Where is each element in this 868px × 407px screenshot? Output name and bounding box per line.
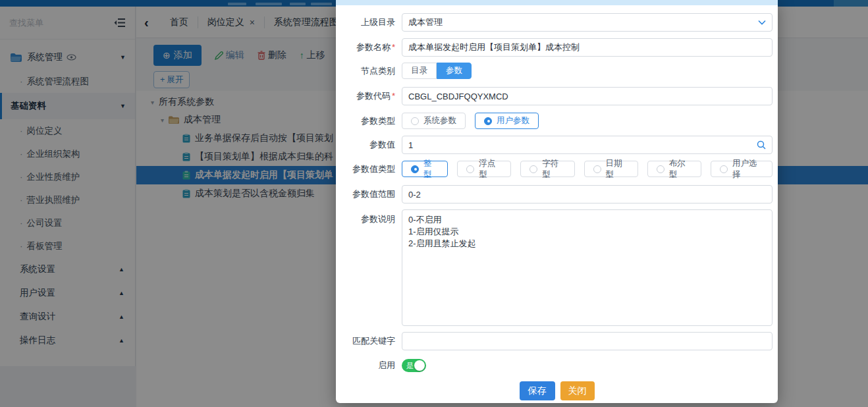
field-node-type: 节点类别 目录 参数 <box>336 63 773 79</box>
radio-icon <box>411 117 419 125</box>
required-mark: * <box>392 91 395 101</box>
field-label: 参数代码* <box>336 90 395 102</box>
field-label: 参数说明 <box>336 209 395 225</box>
parent-directory-select[interactable]: 成本管理 <box>402 13 773 32</box>
value-range-input[interactable]: 0-2 <box>402 185 773 204</box>
param-name-input[interactable]: 成本单据发起时启用【项目策划单】成本控制 <box>402 38 773 57</box>
radio-label: 日期型 <box>606 158 629 180</box>
toggle-knob <box>414 360 425 371</box>
value-type-integer-radio[interactable]: 整型 <box>402 161 448 177</box>
field-value-range: 参数值范围 0-2 <box>336 185 773 204</box>
match-keyword-input[interactable] <box>402 332 773 350</box>
radio-label: 浮点型 <box>479 158 502 180</box>
field-param-description: 参数说明 0-不启用 1-启用仅提示 2-启用且禁止发起 <box>336 209 773 326</box>
radio-icon <box>720 165 728 173</box>
input-value: CBGL_CBDJFQQYXMCD <box>408 92 766 101</box>
field-match-keyword: 匹配关键字 <box>336 332 773 350</box>
radio-label: 整型 <box>423 158 439 180</box>
chevron-down-icon[interactable] <box>758 20 766 25</box>
enabled-toggle[interactable]: 是 <box>402 359 426 372</box>
input-value: 1 <box>408 140 757 150</box>
field-parent-directory: 上级目录 成本管理 <box>336 13 773 32</box>
field-label: 参数值 <box>336 139 395 151</box>
field-param-type: 参数类型 系统参数 用户参数 <box>336 113 773 129</box>
search-icon[interactable] <box>757 140 766 149</box>
close-button[interactable]: 关闭 <box>560 381 595 400</box>
radio-icon <box>529 165 537 173</box>
radio-icon <box>466 165 474 173</box>
field-value-type: 参数值类型 整型 浮点型 字符型 日期型 <box>336 161 773 177</box>
param-code-input[interactable]: CBGL_CBDJFQQYXMCD <box>402 87 773 105</box>
required-mark: * <box>392 42 395 52</box>
value-type-user-select-radio[interactable]: 用户选择 <box>711 161 773 177</box>
radio-label: 用户参数 <box>497 115 529 126</box>
parameter-edit-dialog: 上级目录 成本管理 参数名称* 成本单据发起时启用【项目策划单】成本控制 节点类… <box>336 0 778 403</box>
field-param-code: 参数代码* CBGL_CBDJFQQYXMCD <box>336 87 773 105</box>
radio-label: 字符型 <box>542 158 565 180</box>
radio-icon <box>657 165 665 173</box>
field-label: 启用 <box>336 360 395 371</box>
app-root: 查找菜单 系统管理 ▼ <box>0 0 868 407</box>
value-type-float-radio[interactable]: 浮点型 <box>457 161 511 177</box>
field-label: 节点类别 <box>336 65 395 77</box>
radio-label: 布尔型 <box>669 158 692 180</box>
node-type-directory-button[interactable]: 目录 <box>402 63 437 79</box>
radio-label: 用户选择 <box>732 158 763 180</box>
field-label: 参数类型 <box>336 115 395 127</box>
radio-label: 系统参数 <box>423 115 456 126</box>
param-type-user-radio[interactable]: 用户参数 <box>475 113 539 129</box>
param-type-system-radio[interactable]: 系统参数 <box>402 113 466 129</box>
node-type-parameter-button[interactable]: 参数 <box>437 63 472 79</box>
dialog-header-strip <box>336 0 778 5</box>
node-type-segmented: 目录 参数 <box>402 63 472 79</box>
toggle-label: 是 <box>406 361 414 371</box>
field-enabled: 启用 是 <box>336 359 773 372</box>
field-label: 匹配关键字 <box>336 335 395 347</box>
value-type-string-radio[interactable]: 字符型 <box>520 161 574 177</box>
field-label: 参数名称* <box>336 41 395 53</box>
field-param-name: 参数名称* 成本单据发起时启用【项目策划单】成本控制 <box>336 38 773 57</box>
save-button[interactable]: 保存 <box>520 381 555 400</box>
input-value: 0-2 <box>408 190 766 200</box>
value-type-boolean-radio[interactable]: 布尔型 <box>647 161 701 177</box>
param-description-textarea[interactable]: 0-不启用 1-启用仅提示 2-启用且禁止发起 <box>402 209 773 326</box>
radio-checked-icon <box>411 165 419 173</box>
param-value-input[interactable]: 1 <box>402 136 773 154</box>
select-value: 成本管理 <box>408 16 758 28</box>
field-label: 上级目录 <box>336 16 395 28</box>
input-value: 成本单据发起时启用【项目策划单】成本控制 <box>408 41 766 53</box>
dialog-actions: 保存 关闭 <box>336 381 778 400</box>
value-type-date-radio[interactable]: 日期型 <box>584 161 638 177</box>
radio-icon <box>593 165 601 173</box>
field-label: 参数值范围 <box>336 188 395 200</box>
field-param-value: 参数值 1 <box>336 136 773 154</box>
field-label: 参数值类型 <box>336 163 395 175</box>
radio-checked-icon <box>484 117 492 125</box>
